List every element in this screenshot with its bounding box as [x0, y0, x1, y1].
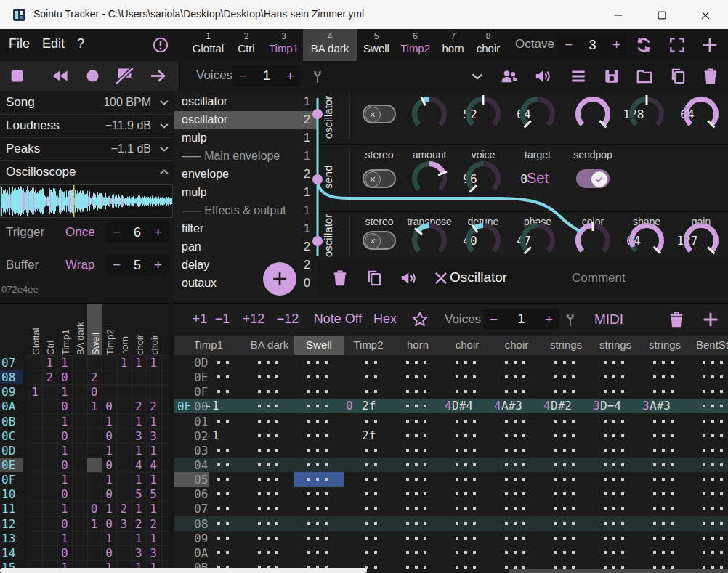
- pattern-voices-plus-button[interactable]: +: [538, 312, 559, 328]
- song-cell[interactable]: 5: [146, 487, 161, 501]
- cell-note[interactable]: D#4: [452, 399, 473, 413]
- track-tab-glottal[interactable]: 1Glottal: [189, 29, 227, 61]
- unit-list-item-3[interactable]: ––– Main envelope1: [174, 147, 318, 166]
- trigger-plus-button[interactable]: +: [147, 224, 169, 240]
- arrowright-icon[interactable]: [148, 66, 168, 86]
- song-cell[interactable]: 1: [57, 415, 72, 428]
- song-cell[interactable]: 1: [57, 473, 72, 487]
- pattern-track-name-6[interactable]: choir: [492, 338, 541, 351]
- track-tab-choir[interactable]: 8choir: [472, 29, 505, 61]
- song-cell[interactable]: 1: [132, 444, 146, 458]
- song-cell[interactable]: 1: [87, 399, 102, 413]
- pattern-track-name-0[interactable]: Timp1: [195, 338, 223, 351]
- song-cell[interactable]: 2: [87, 370, 102, 384]
- maximize-icon[interactable]: [655, 9, 668, 22]
- rewind-icon[interactable]: [50, 66, 70, 86]
- pattern-track-name-7[interactable]: strings: [541, 338, 591, 351]
- minimize-icon[interactable]: [612, 9, 625, 22]
- song-cell[interactable]: 1: [87, 517, 102, 531]
- unit-list-item-2[interactable]: mulp1: [174, 129, 318, 147]
- song-cell[interactable]: 1: [57, 532, 72, 545]
- alert-icon[interactable]: [152, 36, 169, 54]
- song-cell[interactable]: 1: [146, 356, 161, 370]
- cell-note[interactable]: D−4: [600, 399, 621, 413]
- voices-plus-button[interactable]: +: [280, 68, 301, 84]
- pattern-trash-icon[interactable]: [667, 310, 686, 329]
- pattern-track-name-3[interactable]: Timp2: [344, 338, 393, 351]
- toggle-off[interactable]: [363, 105, 396, 123]
- knob[interactable]: 47: [463, 220, 503, 261]
- knob[interactable]: 64: [463, 94, 503, 134]
- track-tab-ba-dark[interactable]: 4BA dark: [303, 29, 357, 61]
- noteflag-icon[interactable]: [115, 66, 134, 86]
- octave-minus-button[interactable]: −: [558, 37, 579, 53]
- pattern-button-−12[interactable]: −12: [277, 312, 299, 327]
- track-tab-swell[interactable]: 5Swell: [357, 29, 395, 61]
- menu-item-help[interactable]: ?: [77, 36, 84, 52]
- song-cell[interactable]: 1: [132, 356, 146, 370]
- song-cell[interactable]: 1: [146, 502, 161, 516]
- song-cell[interactable]: 2: [132, 517, 146, 531]
- expand-icon[interactable]: [668, 36, 687, 54]
- song-cell[interactable]: 3: [132, 429, 146, 443]
- song-cell[interactable]: 1: [102, 532, 116, 545]
- pattern-button-hex[interactable]: Hex: [373, 312, 397, 327]
- song-cell[interactable]: 1: [57, 502, 72, 516]
- track-tab-timp1[interactable]: 3Timp1: [265, 29, 302, 61]
- copy-icon[interactable]: [365, 269, 384, 288]
- song-cell[interactable]: 0: [102, 546, 116, 560]
- voices-minus-button[interactable]: −: [232, 68, 254, 84]
- pattern-add-icon[interactable]: [700, 309, 721, 330]
- song-cell[interactable]: 0: [57, 458, 72, 472]
- add-track-icon[interactable]: [700, 35, 720, 55]
- pattern-button-note-off[interactable]: Note Off: [314, 312, 363, 327]
- buffer-mode-button[interactable]: Wrap: [65, 258, 94, 272]
- song-cell[interactable]: 1: [102, 473, 116, 487]
- song-cell[interactable]: 3: [146, 546, 161, 560]
- cell-note[interactable]: 2f: [362, 428, 376, 442]
- pattern-track-name-5[interactable]: choir: [442, 338, 492, 351]
- pattern-voices-minus-button[interactable]: −: [483, 312, 504, 328]
- song-col-header-7[interactable]: choir: [132, 304, 147, 355]
- menu-item-edit[interactable]: Edit: [42, 36, 65, 52]
- song-col-header-8[interactable]: choir: [147, 304, 161, 355]
- song-cell[interactable]: 0: [102, 517, 116, 531]
- song-cell[interactable]: 1: [146, 444, 161, 458]
- pattern-track-name-10[interactable]: BentStr: [689, 338, 728, 351]
- menu-icon[interactable]: [569, 67, 588, 86]
- knob[interactable]: 0: [517, 94, 558, 134]
- menu-item-file[interactable]: File: [9, 36, 30, 52]
- song-cell[interactable]: 0: [87, 502, 102, 516]
- song-cell[interactable]: 0: [102, 487, 116, 501]
- song-cell[interactable]: 3: [116, 517, 131, 531]
- folder-icon[interactable]: [635, 67, 654, 86]
- speaker-icon[interactable]: [399, 269, 418, 288]
- song-cell[interactable]: 0: [102, 458, 116, 472]
- copy-icon[interactable]: [668, 67, 687, 86]
- trigger-minus-button[interactable]: −: [106, 224, 127, 240]
- song-cell[interactable]: 4: [146, 458, 161, 472]
- song-cell[interactable]: 2: [42, 370, 57, 384]
- song-cell[interactable]: 0: [102, 429, 116, 443]
- pattern-track-name-9[interactable]: strings: [640, 338, 689, 351]
- song-cell[interactable]: 3: [132, 546, 146, 560]
- song-cell[interactable]: 1: [146, 415, 161, 428]
- midi-button[interactable]: MIDI: [594, 312, 623, 328]
- song-col-header-2[interactable]: Timp1: [58, 304, 73, 355]
- song-cell[interactable]: 1: [28, 385, 42, 399]
- cell-note[interactable]: A#3: [501, 399, 522, 413]
- song-cell[interactable]: 1: [132, 502, 146, 516]
- song-col-header-0[interactable]: Glottal: [28, 304, 43, 355]
- song-cell[interactable]: 0: [57, 370, 72, 384]
- target-set-button[interactable]: Set: [527, 170, 549, 187]
- song-cell[interactable]: 1: [116, 356, 131, 370]
- save-icon[interactable]: [602, 67, 621, 86]
- panel-row-peaks[interactable]: Peaks−1.1 dB: [0, 137, 173, 161]
- song-cell[interactable]: 0: [57, 487, 72, 501]
- speaker-icon[interactable]: [533, 67, 552, 86]
- selected-pattern-cell[interactable]: [294, 472, 344, 487]
- song-cell[interactable]: 1: [42, 356, 57, 370]
- song-cell[interactable]: 1: [57, 356, 72, 370]
- knob[interactable]: 128: [573, 94, 613, 134]
- panel-row-oscilloscope[interactable]: Oscilloscope: [0, 160, 173, 184]
